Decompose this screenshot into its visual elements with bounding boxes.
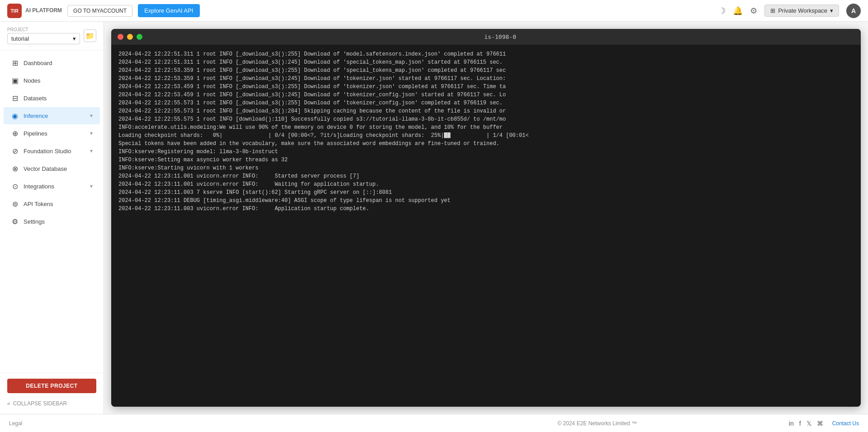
collapse-sidebar-button[interactable]: « COLLAPSE SIDEBAR — [7, 399, 96, 409]
inference-chevron-icon: ▾ — [90, 113, 93, 119]
foundation-studio-icon: ⊘ — [11, 147, 19, 155]
terminal-line: Special tokens have been added in the vo… — [118, 140, 854, 148]
terminal-line: 2024-04-22 12:22:55.573 1 root INFO [_do… — [118, 99, 854, 107]
terminal-titlebar: is-1098-0 — [111, 29, 861, 45]
sidebar-nav: ⊞ Dashboard ▣ Nodes ⊟ Datasets ◉ Inferen… — [0, 50, 104, 373]
terminal-line: 2024-04-22 12:23:11.001 uvicorn.error IN… — [118, 172, 854, 180]
main-layout: Project tutorial ▾ 📁 ⊞ Dashboard ▣ Nodes… — [0, 22, 868, 414]
sidebar-item-foundation-studio[interactable]: ⊘ Foundation Studio ▾ — [4, 142, 100, 160]
legal-link[interactable]: Legal — [9, 420, 22, 427]
sidebar-item-inference[interactable]: ◉ Inference ▾ — [4, 107, 100, 124]
sidebar-item-label: Datasets — [24, 95, 93, 102]
sidebar-item-label: Pipelines — [24, 130, 85, 137]
pipelines-chevron-icon: ▾ — [90, 130, 93, 136]
sidebar-item-integrations[interactable]: ⊙ Integrations ▾ — [4, 178, 100, 195]
sidebar-item-label: Inference — [24, 113, 85, 119]
project-folder-button[interactable]: 📁 — [84, 29, 96, 42]
folder-icon: 📁 — [85, 32, 94, 40]
terminal-title: is-1098-0 — [146, 33, 854, 40]
main-content: is-1098-0 2024-04-22 12:22:51.311 1 root… — [104, 22, 868, 414]
integrations-icon: ⊙ — [11, 182, 19, 190]
terminal-close-button[interactable] — [118, 34, 123, 40]
terminal-line: 2024-04-22 12:23:11.003 7 kserve INFO [s… — [118, 188, 854, 197]
terminal-line: Loading checkpoint shards: 0%| | 0/4 [00… — [118, 131, 854, 140]
terminal-line: 2024-04-22 12:22:53.359 1 root INFO [_do… — [118, 66, 854, 75]
terminal-maximize-button[interactable] — [137, 34, 142, 40]
sidebar-item-dashboard[interactable]: ⊞ Dashboard — [4, 54, 100, 71]
integrations-chevron-icon: ▾ — [90, 183, 93, 189]
collapse-sidebar-icon: « — [7, 400, 10, 407]
project-label: Project — [7, 27, 80, 32]
logo-icon: TIR — [7, 4, 22, 18]
sidebar-item-pipelines[interactable]: ⊕ Pipelines ▾ — [4, 125, 100, 142]
terminal-line: 2024-04-22 12:22:55.575 1 root INFO [dow… — [118, 115, 854, 123]
project-select[interactable]: tutorial ▾ — [7, 33, 80, 44]
pipelines-icon: ⊕ — [11, 129, 19, 137]
navbar-icons: ☽ 🔔 ⚙ ⊞ Private Workspace ▾ A — [718, 4, 861, 18]
terminal-line: INFO:kserve:Setting max asyncio worker t… — [118, 156, 854, 164]
terminal-body[interactable]: 2024-04-22 12:22:51.311 1 root INFO [_do… — [111, 45, 861, 407]
logo-text: AI PLATFORM — [25, 7, 62, 14]
sidebar-item-label: Foundation Studio — [24, 148, 85, 155]
footer: Legal © 2024 E2E Networks Limited ™ in f… — [0, 414, 868, 432]
sidebar-item-label: Integrations — [24, 183, 85, 190]
navbar: TIR AI PLATFORM GO TO MYACCOUNT Explore … — [0, 0, 868, 22]
terminal-line: 2024-04-22 12:22:53.359 1 root INFO [_do… — [118, 75, 854, 83]
terminal-window: is-1098-0 2024-04-22 12:22:51.311 1 root… — [111, 29, 861, 407]
notifications-icon[interactable]: 🔔 — [733, 6, 743, 16]
terminal-line: 2024-04-22 12:22:55.573 1 root INFO [_do… — [118, 107, 854, 115]
facebook-icon[interactable]: f — [799, 420, 801, 427]
workspace-label: Private Workspace — [778, 7, 827, 14]
datasets-icon: ⊟ — [11, 94, 19, 102]
dashboard-icon: ⊞ — [11, 59, 19, 67]
nodes-icon: ▣ — [11, 76, 19, 85]
linkedin-icon[interactable]: in — [789, 420, 794, 427]
sidebar-item-label: Dashboard — [24, 60, 93, 66]
sidebar: Project tutorial ▾ 📁 ⊞ Dashboard ▣ Nodes… — [0, 22, 104, 414]
dark-mode-icon[interactable]: ☽ — [718, 6, 726, 16]
sidebar-item-nodes[interactable]: ▣ Nodes — [4, 72, 100, 89]
twitter-icon[interactable]: 𝕏 — [807, 420, 811, 427]
workspace-icon: ⊞ — [770, 7, 775, 14]
myaccount-button[interactable]: GO TO MYACCOUNT — [67, 5, 132, 17]
settings-icon[interactable]: ⚙ — [750, 6, 757, 16]
sidebar-item-api-tokens[interactable]: ⊚ API Tokens — [4, 195, 100, 212]
project-chevron-icon: ▾ — [73, 35, 76, 42]
terminal-line: 2024-04-22 12:23:11.001 uvicorn.error IN… — [118, 180, 854, 188]
project-field: Project tutorial ▾ — [7, 27, 80, 44]
sidebar-item-settings[interactable]: ⚙ Settings — [4, 213, 100, 230]
terminal-line: 2024-04-22 12:23:11 DEBUG [timing_asgi.m… — [118, 197, 854, 205]
avatar[interactable]: A — [846, 4, 861, 18]
copyright-text: © 2024 E2E Networks Limited ™ — [406, 420, 789, 427]
logo: TIR AI PLATFORM — [7, 4, 62, 18]
explore-genai-button[interactable]: Explore GenAI API — [138, 4, 199, 17]
collapse-sidebar-label: COLLAPSE SIDEBAR — [13, 400, 67, 407]
contact-link[interactable]: Contact Us — [832, 420, 859, 427]
sidebar-settings-icon: ⚙ — [11, 217, 19, 225]
inference-icon: ◉ — [11, 112, 19, 120]
workspace-chevron-icon: ▾ — [830, 7, 833, 14]
workspace-button[interactable]: ⊞ Private Workspace ▾ — [764, 5, 839, 17]
sidebar-item-datasets[interactable]: ⊟ Datasets — [4, 89, 100, 107]
sidebar-item-label: Settings — [24, 218, 93, 225]
terminal-line: 2024-04-22 12:22:53.459 1 root INFO [_do… — [118, 91, 854, 99]
sidebar-item-vector-database[interactable]: ⊗ Vector Database — [4, 160, 100, 177]
delete-project-button[interactable]: DELETE PROJECT — [7, 379, 96, 393]
terminal-minimize-button[interactable] — [127, 34, 133, 40]
platform-label: AI PLATFORM — [25, 7, 62, 14]
rss-icon[interactable]: ⌘ — [817, 420, 823, 427]
foundation-studio-chevron-icon: ▾ — [90, 148, 93, 154]
api-tokens-icon: ⊚ — [11, 200, 19, 208]
vector-database-icon: ⊗ — [11, 164, 19, 173]
social-icons: in f 𝕏 ⌘ — [789, 420, 823, 427]
terminal-line: INFO:kserve:Registering model: llma-3-8b… — [118, 148, 854, 156]
sidebar-bottom: DELETE PROJECT « COLLAPSE SIDEBAR — [0, 373, 104, 414]
sidebar-item-label: API Tokens — [24, 201, 93, 207]
project-selector-area: Project tutorial ▾ 📁 — [0, 22, 104, 50]
terminal-line: INFO:kserve:Starting uvicorn with 1 work… — [118, 164, 854, 172]
project-name: tutorial — [11, 35, 29, 42]
terminal-line: 2024-04-22 12:22:51.311 1 root INFO [_do… — [118, 58, 854, 66]
terminal-line: 2024-04-22 12:23:11.003 uvicorn.error IN… — [118, 205, 854, 213]
sidebar-item-label: Vector Database — [24, 165, 93, 172]
terminal-line: 2024-04-22 12:22:53.459 1 root INFO [_do… — [118, 83, 854, 91]
